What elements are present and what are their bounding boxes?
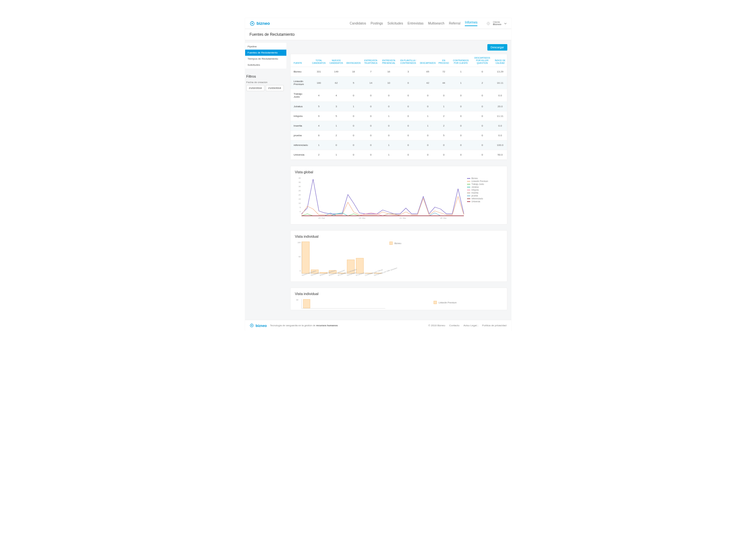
table-cell: 0 (398, 77, 419, 89)
footer-link-aviso[interactable]: Aviso Legal (464, 324, 477, 327)
table-cell: 2 (437, 111, 451, 121)
nav-referral[interactable]: Referral (449, 21, 461, 25)
bar (302, 241, 310, 273)
table-header[interactable]: ÍNDICE DE CALIDAD (493, 54, 507, 67)
legend-item[interactable]: Jobatus (467, 186, 502, 188)
table-cell: 16 (380, 67, 398, 77)
table-cell: 1 (437, 102, 451, 111)
table-header[interactable]: EN PLANTILLA / CONTRATADOS (398, 54, 419, 67)
table-cell: 0 (419, 141, 437, 150)
table-cell: 5 (437, 131, 451, 141)
table-row: Bizneo33114918716365721013.29 (290, 67, 507, 77)
nav-entrevistas[interactable]: Entrevistas (408, 21, 423, 25)
sidebar-item-tiempos[interactable]: Tiempos de Reclutamiento (245, 56, 286, 62)
table-cell: 0 (419, 89, 437, 102)
nav-candidatos[interactable]: Candidatos (350, 21, 366, 25)
footer-link-contacto[interactable]: Contacto (449, 324, 459, 327)
legend-item[interactable]: Infojobs (467, 189, 502, 191)
panel-vista-individual-2: Vista individual 60 Linkedin Premium (290, 288, 507, 310)
table-header[interactable]: NUEVOS CANDIDATOS (328, 54, 345, 67)
table-cell: 0 (398, 102, 419, 111)
table-cell: 5 (345, 77, 362, 89)
table-header[interactable]: EN PROCESO (437, 54, 451, 67)
table-cell: 0 (398, 141, 419, 150)
legend-item[interactable]: Trabajo Justo (467, 183, 502, 185)
table-cell: 5 (310, 102, 327, 111)
table-cell: 0.0 (493, 131, 507, 141)
table-cell: 0 (471, 141, 493, 150)
table-cell: 0.0 (493, 121, 507, 131)
table-cell: 0 (362, 141, 380, 150)
legend-item[interactable]: Linkedin Premium (467, 180, 502, 182)
nav-solicitudes[interactable]: Solicitudes (387, 21, 403, 25)
table-cell: 0 (471, 102, 493, 111)
table-header[interactable]: ENTREVISTA PRESENCIAL (380, 54, 398, 67)
date-to-input[interactable] (266, 85, 284, 91)
line-chart: 4035302520151050 25. Feb04. Mar11. Mar18… (302, 177, 464, 219)
nav-informes[interactable]: Informes (465, 20, 477, 26)
brand-logo[interactable]: bizneo (250, 21, 270, 26)
table-cell: 0 (471, 111, 493, 121)
table-header[interactable]: DESCARTADOS (419, 54, 437, 67)
table-cell: 331 (310, 67, 327, 77)
table-cell: 0 (362, 150, 380, 160)
table-cell: 1 (310, 141, 327, 150)
table-cell: 1 (451, 67, 471, 77)
legend-item[interactable]: Universia (467, 200, 502, 203)
table-cell: 180 (310, 77, 327, 89)
table-cell: 0 (471, 67, 493, 77)
table-header[interactable]: TOTAL CANDIDATOS (310, 54, 327, 67)
table-cell: 0 (471, 121, 493, 131)
table-cell: 20.0 (493, 102, 507, 111)
footer-link-privacidad[interactable]: Política de privacidad (482, 324, 506, 327)
table-cell: 0 (471, 131, 493, 141)
table-cell: 13.29 (493, 67, 507, 77)
table-cell: 0 (398, 121, 419, 131)
table-header[interactable]: FUENTE (290, 54, 311, 67)
sidebar-item-pipeline[interactable]: Pipeline (245, 44, 286, 50)
date-from-input[interactable] (247, 85, 264, 91)
table-cell: 1 (419, 111, 437, 121)
org-badge: Cliente Bizneo (493, 21, 501, 26)
table-header[interactable]: ENTREVISTA TELEFÓNICA (362, 54, 380, 67)
sidebar-item-solicitudes[interactable]: Solicitudes (245, 62, 286, 68)
footer-copyright: © 2018 Bizneo (428, 324, 445, 327)
legend-item[interactable]: referenciado (467, 198, 502, 200)
table-cell: Trabajo Justo (290, 89, 311, 102)
table-cell: 0 (362, 121, 380, 131)
table-cell: 0 (437, 150, 451, 160)
table-cell: 0 (471, 89, 493, 102)
table-row: Linkedin Premium1806251410042441216.11 (290, 77, 507, 89)
legend-item[interactable]: prueba (467, 195, 502, 197)
legend-item[interactable]: Bizneo (467, 177, 502, 179)
table-cell: 0 (345, 89, 362, 102)
globe-icon (486, 21, 490, 25)
table-cell: 0 (328, 141, 345, 150)
table-header[interactable]: DESCARTADOS POR KILLER QUESTION (471, 54, 493, 67)
table-cell: 65 (419, 67, 437, 77)
table-cell: 0.0 (493, 89, 507, 102)
table-cell: 0 (345, 141, 362, 150)
table-cell: 0 (451, 150, 471, 160)
table-cell: 0 (398, 111, 419, 121)
download-button[interactable]: Descargar (487, 44, 507, 51)
table-cell: 1 (451, 77, 471, 89)
sources-table: FUENTETOTAL CANDIDATOSNUEVOS CANDIDATOSD… (290, 54, 507, 160)
top-navbar: bizneo Candidatos Postings Solicitudes E… (245, 18, 511, 29)
sidebar-item-fuentes[interactable]: Fuentes de Reclutamiento (245, 50, 286, 56)
table-header[interactable]: CONTRATADOS POR CLIENTE (451, 54, 471, 67)
nav-account[interactable]: Cliente Bizneo (486, 21, 506, 26)
footer-logo[interactable]: bizneo (250, 323, 267, 328)
filters-date-label: Fecha de creación (247, 81, 285, 84)
table-header[interactable]: DESTACADOS (345, 54, 362, 67)
table-cell: 0 (451, 102, 471, 111)
table-cell: 44 (437, 77, 451, 89)
legend-item[interactable]: Insertia (467, 191, 502, 194)
panel-vista-global: Vista global 4035302520151050 25. Feb04.… (290, 166, 507, 224)
table-cell: 11.11 (493, 111, 507, 121)
table-cell: 2 (328, 131, 345, 141)
nav-postings[interactable]: Postings (370, 21, 383, 25)
table-cell: 0 (362, 89, 380, 102)
table-cell: 0 (451, 141, 471, 150)
nav-multisearch[interactable]: Multisearch (428, 21, 444, 25)
